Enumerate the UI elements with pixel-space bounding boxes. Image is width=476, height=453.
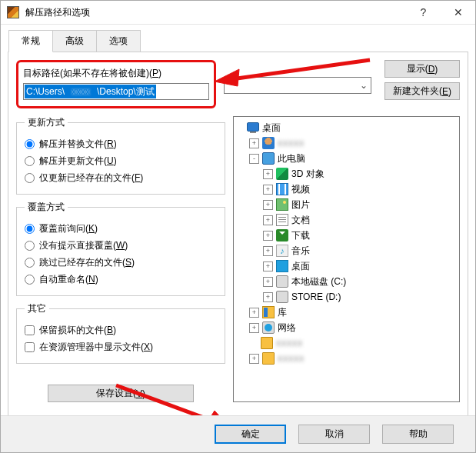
tree-label: 库 (278, 306, 287, 319)
display-button[interactable]: 显示(D) (384, 60, 460, 78)
tree-node-8[interactable]: +♪音乐 (235, 243, 458, 258)
film-icon (276, 183, 288, 195)
down-icon (276, 229, 288, 241)
tree-node-7[interactable]: +下载 (235, 228, 458, 243)
update-mode-option-0[interactable]: 解压并替换文件(R) (25, 135, 217, 152)
tree-expander-icon[interactable]: + (263, 200, 273, 210)
tree-label: 桌面 (291, 260, 310, 273)
tree-expander-icon[interactable]: + (249, 138, 259, 148)
tree-node-13[interactable]: +网络 (235, 320, 458, 335)
tree-node-6[interactable]: +文档 (235, 212, 458, 228)
new-folder-button[interactable]: 新建文件夹(E) (384, 82, 460, 100)
other-option-0[interactable]: 保留损坏的文件(B) (25, 321, 217, 338)
tree-expander-icon[interactable]: + (249, 354, 259, 364)
tree-expander-icon[interactable]: + (263, 277, 273, 287)
tree-label: 视频 (291, 183, 310, 196)
tree-node-5[interactable]: +图片 (235, 197, 458, 212)
tab-advanced[interactable]: 高级 (52, 30, 97, 52)
tree-node-14[interactable]: xxxxx (235, 335, 458, 351)
user-icon (262, 137, 275, 149)
help-button[interactable]: ? (406, 1, 441, 24)
tree-label: 3D 对象 (291, 168, 325, 181)
tree-node-9[interactable]: +桌面 (235, 258, 458, 274)
doc-icon (276, 214, 288, 226)
other-group: 其它 保留损坏的文件(B)在资源管理器中显示文件(X) (16, 302, 225, 364)
titlebar: 解压路径和选项 ? ✕ (1, 1, 475, 25)
destination-path-input[interactable]: C:\Users\xxxx\Desktop\测试 (23, 83, 209, 100)
pc-icon (262, 152, 275, 165)
update-mode-radio-1[interactable] (25, 156, 35, 166)
chevron-down-icon: ⌄ (360, 80, 368, 91)
tree-expander-icon[interactable]: + (249, 323, 259, 333)
tree-node-10[interactable]: +本地磁盘 (C:) (235, 274, 458, 289)
save-settings-button[interactable]: 保存设置(V) (48, 385, 194, 402)
destination-path-label: 目标路径(如果不存在将被创建)(P) (23, 67, 209, 80)
tree-expander-icon[interactable]: + (263, 292, 273, 302)
tree-label: 此电脑 (278, 152, 305, 165)
tree-node-0[interactable]: 桌面 (235, 120, 458, 135)
tree-expander-icon[interactable]: + (263, 185, 273, 195)
tree-label-redacted: xxxxx (278, 353, 305, 364)
drive-icon (276, 291, 288, 303)
tree-expander-icon[interactable]: + (263, 231, 273, 241)
folder-icon (261, 337, 273, 349)
tree-node-1[interactable]: +xxxxx (235, 135, 458, 151)
overwrite-mode-radio-0[interactable] (25, 224, 35, 234)
cube-icon (276, 168, 288, 180)
app-icon (7, 6, 19, 18)
overwrite-mode-option-1[interactable]: 没有提示直接覆盖(W) (25, 237, 217, 254)
update-mode-radio-2[interactable] (25, 173, 35, 183)
tab-options[interactable]: 选项 (96, 30, 141, 52)
tree-label-redacted: xxxxx (276, 338, 303, 348)
tree-label: 本地磁盘 (C:) (291, 275, 346, 288)
img-icon (276, 198, 288, 211)
tree-expander-icon[interactable]: + (263, 169, 273, 179)
close-button[interactable]: ✕ (441, 1, 475, 24)
update-mode-option-2[interactable]: 仅更新已经存在的文件(F) (25, 169, 217, 186)
ok-button[interactable]: 确定 (215, 425, 286, 444)
tree-node-4[interactable]: +视频 (235, 182, 458, 197)
tree-expander-icon[interactable]: + (263, 215, 273, 225)
overwrite-mode-radio-3[interactable] (25, 275, 35, 285)
tree-expander-icon[interactable]: + (263, 261, 273, 271)
tree-label: 桌面 (262, 122, 281, 135)
folder-icon (262, 352, 275, 365)
update-mode-legend: 更新方式 (25, 116, 68, 129)
dialog-button-bar: 确定 取消 帮助 (1, 415, 475, 452)
cancel-button[interactable]: 取消 (298, 425, 370, 444)
drive-icon (276, 275, 288, 288)
tree-node-15[interactable]: +xxxxx (235, 351, 458, 366)
other-option-1[interactable]: 在资源管理器中显示文件(X) (25, 338, 217, 355)
tree-expander-icon[interactable]: + (263, 246, 273, 256)
destination-path-group: 目标路径(如果不存在将被创建)(P) C:\Users\xxxx\Desktop… (16, 60, 216, 108)
overwrite-mode-legend: 覆盖方式 (25, 201, 68, 214)
tree-node-2[interactable]: -此电脑 (235, 151, 458, 166)
update-mode-radio-0[interactable] (25, 139, 35, 149)
overwrite-mode-radio-1[interactable] (25, 241, 35, 251)
overwrite-mode-option-3[interactable]: 自动重命名(N) (25, 271, 217, 288)
window-title: 解压路径和选项 (25, 6, 406, 19)
tree-expander-icon[interactable]: + (249, 308, 259, 318)
overwrite-mode-group: 覆盖方式 覆盖前询问(K)没有提示直接覆盖(W)跳过已经存在的文件(S)自动重命… (16, 201, 225, 296)
tree-label: 图片 (291, 198, 310, 212)
other-check-1[interactable] (25, 342, 35, 352)
tree-node-3[interactable]: +3D 对象 (235, 166, 458, 182)
tree-node-11[interactable]: +STORE (D:) (235, 289, 458, 305)
update-mode-option-1[interactable]: 解压并更新文件(U) (25, 152, 217, 169)
other-legend: 其它 (25, 302, 49, 315)
dialog-window: 解压路径和选项 ? ✕ 常规 高级 选项 目标路径(如果不存在将被创建)(P) … (0, 0, 476, 453)
folder-tree[interactable]: 桌面+xxxxx-此电脑+3D 对象+视频+图片+文档+下载+♪音乐+桌面+本地… (233, 116, 460, 402)
help-dialog-button[interactable]: 帮助 (382, 425, 454, 444)
tab-bar: 常规 高级 选项 (8, 29, 475, 52)
overwrite-mode-radio-2[interactable] (25, 258, 35, 268)
overwrite-mode-option-0[interactable]: 覆盖前询问(K) (25, 220, 217, 237)
music-icon: ♪ (276, 245, 288, 257)
lib-icon (262, 306, 275, 318)
destination-path-dropdown[interactable]: ⌄ (224, 77, 371, 94)
other-check-0[interactable] (25, 325, 35, 335)
monitor-icon (247, 122, 259, 132)
tab-general[interactable]: 常规 (8, 30, 53, 52)
tree-expander-icon[interactable]: - (249, 154, 259, 164)
overwrite-mode-option-2[interactable]: 跳过已经存在的文件(S) (25, 254, 217, 271)
tree-node-12[interactable]: +库 (235, 305, 458, 320)
